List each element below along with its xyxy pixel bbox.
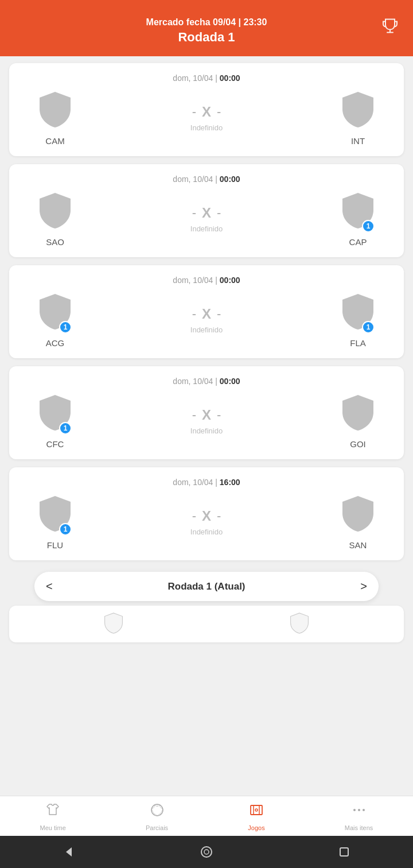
score-x-2: X	[202, 205, 211, 221]
match-card-1[interactable]: dom, 10/04 | 00:00 CAM - X - Indefinido	[9, 63, 404, 156]
match-card-3[interactable]: dom, 10/04 | 00:00 1 ACG - X - Indefinid…	[9, 265, 404, 358]
away-team-name-3: FLA	[350, 338, 366, 348]
matches-list: dom, 10/04 | 00:00 CAM - X - Indefinido	[0, 56, 413, 567]
away-team-2: 1 CAP	[324, 191, 392, 247]
home-score-3: -	[192, 307, 196, 321]
shirt-icon	[45, 802, 61, 822]
match-status-3: Indefinido	[190, 326, 223, 334]
partial-away	[288, 611, 311, 637]
away-score-5: -	[217, 509, 221, 524]
away-score-3: -	[217, 307, 221, 321]
system-bar	[0, 836, 413, 868]
match-status-1: Indefinido	[190, 123, 223, 132]
home-team-1: CAM	[21, 90, 89, 146]
nav-jogos[interactable]: Jogos	[248, 802, 264, 831]
away-team-name-5: SAN	[349, 540, 367, 550]
home-team-3: 1 ACG	[21, 292, 89, 348]
prev-round-button[interactable]: <	[46, 580, 53, 593]
market-info: Mercado fecha 09/04 | 23:30	[11, 17, 402, 28]
nav-meu-time-label: Meu time	[40, 824, 66, 831]
match-card-4[interactable]: dom, 10/04 | 00:00 1 CFC - X - Indefinid…	[9, 366, 404, 459]
match-center-4: - X - Indefinido	[89, 407, 324, 435]
svg-point-11	[204, 850, 209, 854]
recents-button[interactable]	[336, 844, 352, 860]
round-nav-label: Rodada 1 (Atual)	[167, 581, 245, 592]
away-team-3: 1 FLA	[324, 292, 392, 348]
home-team-name-2: SAO	[46, 237, 64, 247]
match-card-5[interactable]: dom, 10/04 | 16:00 1 FLU - X - Indefinid…	[9, 467, 404, 560]
home-score-1: -	[192, 104, 196, 119]
home-score-2: -	[192, 206, 196, 220]
away-shield-4	[338, 393, 378, 436]
home-badge-5: 1	[59, 523, 72, 536]
market-label: Mercado fecha	[146, 17, 211, 27]
away-badge-2: 1	[362, 220, 375, 232]
away-score-1: -	[217, 104, 221, 119]
bottom-navigation: Meu time Parciais Jogos	[0, 796, 413, 836]
svg-point-10	[201, 847, 212, 857]
field-icon	[248, 802, 264, 822]
match-date-3: dom, 10/04 | 00:00	[21, 276, 392, 285]
match-center-3: - X - Indefinido	[89, 306, 324, 334]
match-card-2[interactable]: dom, 10/04 | 00:00 SAO - X - Indefinido	[9, 164, 404, 257]
home-team-name-5: FLU	[47, 540, 63, 550]
match-status-2: Indefinido	[190, 224, 223, 233]
match-center-1: - X - Indefinido	[89, 104, 324, 132]
away-team-5: SAN	[324, 494, 392, 550]
nav-jogos-label: Jogos	[248, 824, 264, 831]
match-center-2: - X - Indefinido	[89, 205, 324, 233]
next-round-button[interactable]: >	[360, 580, 367, 593]
away-shield-3: 1	[338, 292, 378, 335]
svg-point-7	[358, 809, 360, 811]
home-team-name-1: CAM	[45, 136, 64, 146]
nav-mais-itens[interactable]: Mais itens	[345, 802, 373, 831]
match-status-4: Indefinido	[190, 427, 223, 435]
nav-parciais[interactable]: Parciais	[146, 802, 168, 831]
nav-meu-time[interactable]: Meu time	[40, 802, 66, 831]
home-badge-3: 1	[59, 321, 72, 334]
nav-parciais-label: Parciais	[146, 824, 168, 831]
home-shield-3: 1	[35, 292, 75, 335]
trophy-icon[interactable]	[381, 17, 399, 40]
svg-rect-12	[340, 848, 348, 856]
round-navigation[interactable]: < Rodada 1 (Atual) >	[34, 572, 379, 601]
away-team-name-2: CAP	[349, 237, 367, 247]
away-team-1: INT	[324, 90, 392, 146]
home-shield-5: 1	[35, 494, 75, 537]
score-x-4: X	[202, 407, 211, 423]
svg-rect-4	[254, 805, 259, 815]
home-team-4: 1 CFC	[21, 393, 89, 449]
score-x-1: X	[202, 104, 211, 120]
home-button[interactable]	[198, 844, 215, 860]
away-team-name-4: GOI	[350, 439, 366, 449]
back-button[interactable]	[61, 844, 77, 860]
match-date-5: dom, 10/04 | 16:00	[21, 478, 392, 487]
away-shield-2: 1	[338, 191, 378, 234]
away-team-name-1: INT	[351, 136, 365, 146]
home-team-5: 1 FLU	[21, 494, 89, 550]
score-x-3: X	[202, 306, 211, 322]
svg-point-8	[363, 809, 365, 811]
away-score-4: -	[217, 408, 221, 423]
home-team-name-3: ACG	[46, 338, 65, 348]
away-shield-5	[338, 494, 378, 537]
home-team-name-4: CFC	[46, 439, 64, 449]
svg-point-6	[353, 809, 356, 811]
home-score-5: -	[192, 509, 196, 524]
home-badge-4: 1	[59, 422, 72, 435]
away-badge-3: 1	[362, 321, 375, 334]
home-shield-2	[35, 191, 75, 234]
nav-mais-itens-label: Mais itens	[345, 824, 373, 831]
match-date-4: dom, 10/04 | 00:00	[21, 377, 392, 386]
partial-match-card	[9, 606, 404, 642]
score-x-5: X	[202, 508, 211, 524]
match-center-5: - X - Indefinido	[89, 508, 324, 536]
svg-rect-3	[251, 805, 262, 815]
match-date-2: dom, 10/04 | 00:00	[21, 175, 392, 184]
round-title: Rodada 1	[11, 30, 402, 45]
away-score-2: -	[217, 206, 221, 220]
away-shield-1	[338, 90, 378, 133]
market-date: 09/04 | 23:30	[213, 17, 267, 27]
ball-icon	[149, 802, 165, 822]
dots-icon	[351, 802, 367, 822]
